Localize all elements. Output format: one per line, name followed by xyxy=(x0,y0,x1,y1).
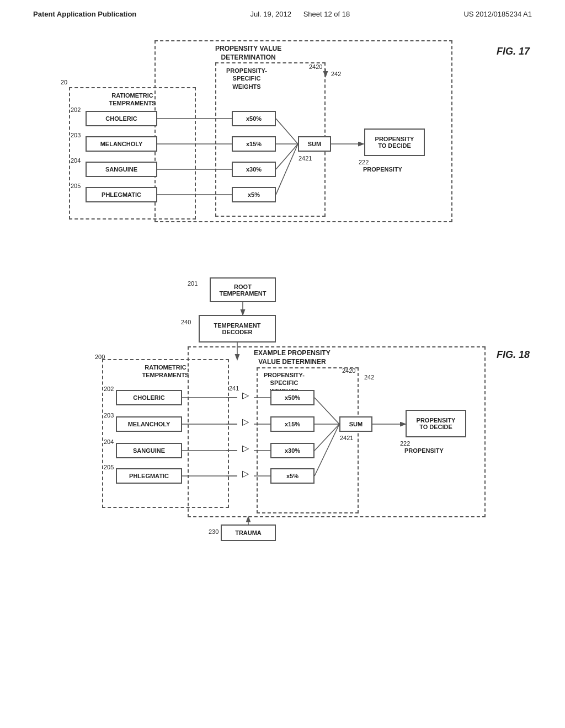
fig17-left-title: RATIOMETRICTEMPRAMENTS xyxy=(83,92,182,108)
header-right: US 2012/0185234 A1 xyxy=(463,10,532,18)
fig17-phlegmatic-box: PHLEGMATIC xyxy=(86,187,157,202)
fig18-weight2: x15% xyxy=(270,416,315,432)
fig17-ref20: 20 xyxy=(61,79,67,85)
fig18-ref242: 242 xyxy=(364,374,374,381)
fig18-triangle2: ▷ xyxy=(237,416,254,427)
fig17-choleric-box: CHOLERIC xyxy=(86,111,157,126)
fig18-melancholy: MELANCHOLY xyxy=(116,416,182,432)
fig18-phlegmatic: PHLEGMATIC xyxy=(116,468,182,484)
fig17-weight1: x50% xyxy=(232,111,276,126)
fig18-ref201: 201 xyxy=(188,280,198,287)
fig18-outer-title: EXAMPLE PROPENSITYVALUE DETERMINER xyxy=(254,349,331,366)
fig17-outer-title: PROPENSITY VALUEDETERMINATION xyxy=(215,45,281,62)
fig17-ref204: 204 xyxy=(71,157,81,164)
fig18-weight4: x5% xyxy=(270,468,315,484)
header-center: Jul. 19, 2012 Sheet 12 of 18 xyxy=(250,10,350,18)
fig18-weight3: x30% xyxy=(270,443,315,458)
fig17-ref205: 205 xyxy=(71,183,81,189)
fig18-ref202: 202 xyxy=(104,386,114,392)
fig18-triangle4: ▷ xyxy=(237,468,254,479)
fig17-ref2421: 2421 xyxy=(299,155,312,162)
fig17-label: FIG. 17 xyxy=(497,46,530,57)
header-date: Jul. 19, 2012 xyxy=(250,10,291,18)
figure-18-area: FIG. 18 201 ROOTTEMPERAMENT 240 TEMPERAM… xyxy=(33,277,532,548)
fig18-root-temp: ROOTTEMPERAMENT xyxy=(210,277,276,302)
main-content: FIG. 17 PROPENSITY VALUEDETERMINATION PR… xyxy=(0,24,565,597)
page-header: Patent Application Publication Jul. 19, … xyxy=(0,0,565,24)
fig18-ref222: 222 xyxy=(400,440,410,447)
fig18-ref2420: 2420 xyxy=(342,367,355,374)
header-sheet: Sheet 12 of 18 xyxy=(303,10,350,18)
fig17-ref2420: 2420 xyxy=(309,63,322,70)
fig18-weight1: x50% xyxy=(270,390,315,405)
fig17-melancholy-box: MELANCHOLY xyxy=(86,136,157,152)
fig18-ref203: 203 xyxy=(104,412,114,419)
fig17-ref222: 222 xyxy=(359,159,369,165)
fig18-propensity-box: PROPENSITYTO DECIDE xyxy=(406,410,466,437)
fig18-sanguine: SANGUINE xyxy=(116,443,182,458)
fig18-ref205: 205 xyxy=(104,464,114,470)
fig17-ref242: 242 xyxy=(331,71,341,77)
fig17-propensity-label: PROPENSITY xyxy=(363,166,402,173)
fig17-sanguine-box: SANGUINE xyxy=(86,162,157,177)
fig18-ref204: 204 xyxy=(104,438,114,445)
fig18-propensity-label: PROPENSITY xyxy=(404,447,444,454)
fig18-triangle3: ▷ xyxy=(237,443,254,453)
header-left: Patent Application Publication xyxy=(33,10,136,18)
fig18-label: FIG. 18 xyxy=(497,349,530,361)
fig18-ref2421: 2421 xyxy=(340,435,353,441)
fig18-ref230: 230 xyxy=(209,528,218,535)
fig18-ref240: 240 xyxy=(181,319,191,325)
fig17-weight3: x30% xyxy=(232,162,276,177)
fig18-sum: SUM xyxy=(339,416,372,432)
figure-17: FIG. 17 PROPENSITY VALUEDETERMINATION PR… xyxy=(55,40,530,244)
fig18-choleric: CHOLERIC xyxy=(116,390,182,405)
fig18-trauma: TRAUMA xyxy=(221,524,276,541)
fig17-inner-title: PROPENSITY-SPECIFICWEIGHTS xyxy=(226,67,267,90)
fig17-weight2: x15% xyxy=(232,136,276,152)
fig17-ref202: 202 xyxy=(71,106,81,113)
fig17-ref203: 203 xyxy=(71,132,81,138)
fig17-propensity-box: PROPENSITYTO DECIDE xyxy=(364,129,425,156)
figure-17-area: FIG. 17 PROPENSITY VALUEDETERMINATION PR… xyxy=(33,40,532,244)
figure-18: FIG. 18 201 ROOTTEMPERAMENT 240 TEMPERAM… xyxy=(55,277,530,548)
fig18-temp-decoder: TEMPERAMENTDECODER xyxy=(199,315,276,342)
fig17-weight4: x5% xyxy=(232,187,276,202)
fig18-triangle1: ▷ xyxy=(237,390,254,400)
fig17-sum: SUM xyxy=(298,136,331,152)
